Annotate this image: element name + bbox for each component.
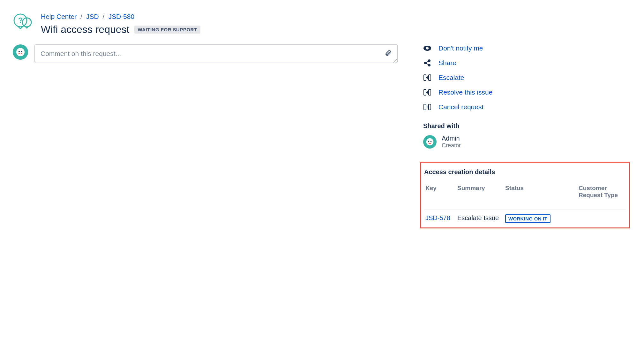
action-label: Cancel request: [438, 103, 483, 111]
share-icon: [423, 59, 431, 67]
th-status: Status: [504, 182, 577, 210]
breadcrumb-separator: /: [103, 13, 105, 20]
svg-rect-19: [424, 104, 426, 110]
eye-icon: [423, 45, 431, 51]
action-label: Escalate: [438, 74, 464, 81]
issue-key-link[interactable]: JSD-578: [425, 214, 450, 221]
action-list: Don't notify me Share: [423, 44, 627, 111]
table-row: JSD-578 Escalate Issue WORKING ON IT: [424, 210, 626, 228]
attachment-icon[interactable]: [385, 50, 392, 58]
breadcrumb-issue[interactable]: JSD-580: [108, 13, 134, 20]
svg-point-3: [16, 48, 25, 56]
action-cancel[interactable]: Cancel request: [423, 103, 627, 111]
shared-user-role: Creator: [442, 142, 461, 149]
action-escalate[interactable]: Escalate: [423, 74, 627, 81]
avatar: [423, 135, 437, 149]
page-title: Wifi access request: [41, 24, 129, 35]
shared-user-name: Admin: [442, 135, 461, 142]
svg-point-10: [428, 60, 430, 62]
th-crt: Customer Request Type: [577, 182, 626, 210]
status-badge: WORKING ON IT: [505, 214, 550, 223]
svg-point-4: [19, 51, 20, 52]
action-label: Resolve this issue: [438, 88, 492, 96]
sidebar: Don't notify me Share: [423, 44, 627, 228]
breadcrumb-help-center[interactable]: Help Center: [41, 13, 77, 20]
svg-line-13: [426, 61, 429, 63]
resize-handle-icon[interactable]: [393, 58, 397, 62]
cell-summary: Escalate Issue: [456, 210, 504, 228]
svg-rect-17: [424, 89, 426, 95]
shared-user-info: Admin Creator: [442, 135, 461, 149]
svg-rect-18: [429, 89, 431, 95]
svg-rect-20: [429, 104, 431, 110]
shared-with-heading: Shared with: [423, 122, 627, 130]
question-bubble-icon: ?: [13, 13, 33, 31]
th-key: Key: [424, 182, 456, 210]
svg-line-14: [426, 64, 429, 65]
shared-user-row: Admin Creator: [423, 135, 627, 149]
action-dont-notify[interactable]: Don't notify me: [423, 44, 627, 52]
status-badge: WAITING FOR SUPPORT: [134, 26, 200, 34]
transition-icon: [423, 74, 431, 81]
breadcrumb-separator: /: [80, 13, 82, 20]
svg-line-6: [393, 59, 397, 63]
access-details-heading: Access creation details: [424, 168, 626, 176]
page-root: ? Help Center / JSD / JSD-580 Wifi acces…: [0, 0, 644, 228]
svg-point-9: [426, 47, 429, 50]
action-share[interactable]: Share: [423, 59, 627, 67]
header-content: Help Center / JSD / JSD-580 Wifi access …: [41, 13, 200, 35]
svg-point-23: [431, 141, 431, 142]
svg-point-22: [428, 141, 429, 142]
svg-rect-16: [429, 75, 431, 81]
breadcrumb: Help Center / JSD / JSD-580: [41, 13, 200, 20]
cell-crt: [577, 210, 626, 228]
avatar: [13, 44, 28, 60]
details-table: Key Summary Status Customer Request Type…: [424, 182, 626, 227]
breadcrumb-project[interactable]: JSD: [86, 13, 99, 20]
transition-icon: [423, 103, 431, 111]
transition-icon: [423, 88, 431, 96]
svg-rect-15: [424, 75, 426, 81]
svg-line-7: [395, 61, 397, 63]
table-header-row: Key Summary Status Customer Request Type: [424, 182, 626, 210]
body-row: Don't notify me Share: [13, 44, 644, 228]
main-column: [13, 44, 398, 63]
action-resolve[interactable]: Resolve this issue: [423, 88, 627, 96]
title-row: Wifi access request WAITING FOR SUPPORT: [41, 24, 200, 35]
action-label: Don't notify me: [438, 44, 483, 52]
access-details-panel: Access creation details Key Summary Stat…: [420, 162, 630, 228]
svg-point-11: [424, 62, 426, 64]
svg-point-12: [428, 64, 430, 66]
svg-point-21: [426, 138, 434, 146]
action-label: Share: [438, 59, 456, 67]
comment-input[interactable]: [41, 50, 385, 58]
comment-box[interactable]: [34, 44, 398, 63]
svg-point-5: [21, 51, 22, 52]
th-summary: Summary: [456, 182, 504, 210]
header-row: ? Help Center / JSD / JSD-580 Wifi acces…: [13, 13, 644, 35]
